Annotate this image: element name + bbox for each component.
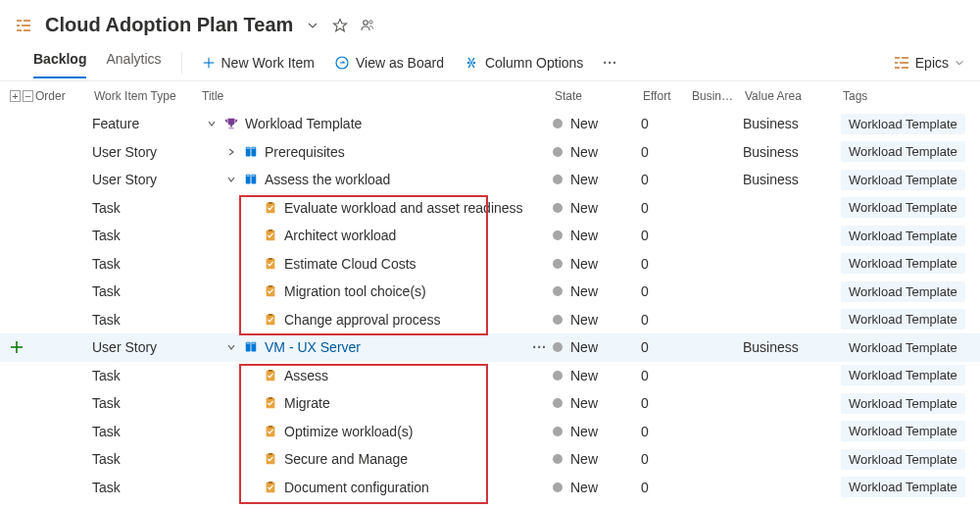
- title-cell[interactable]: Workload Template: [200, 116, 553, 131]
- add-child-icon[interactable]: [10, 340, 24, 354]
- team-picker-chevron[interactable]: [307, 20, 318, 31]
- work-item-title[interactable]: Assess: [284, 368, 328, 383]
- tag-pill[interactable]: Workload Template: [841, 449, 965, 470]
- tag-pill[interactable]: Workload Template: [841, 477, 965, 497]
- backlog-row[interactable]: TaskMigration tool choice(s)New0Workload…: [0, 278, 980, 306]
- backlog-row[interactable]: User StoryVM - UX Server···New0BusinessW…: [0, 333, 980, 362]
- col-state[interactable]: State: [553, 89, 641, 103]
- title-cell[interactable]: Architect workload: [200, 228, 553, 243]
- backlog-row[interactable]: TaskMigrateNew0Workload Template: [0, 389, 980, 418]
- work-item-title[interactable]: Migration tool choice(s): [284, 283, 426, 299]
- team-members-icon[interactable]: [360, 18, 375, 33]
- tab-backlog[interactable]: Backlog: [33, 51, 86, 78]
- new-work-item-button[interactable]: New Work Item: [202, 55, 315, 75]
- col-tags[interactable]: Tags: [841, 89, 968, 103]
- work-item-title[interactable]: Estimate Cloud Costs: [284, 256, 416, 272]
- work-item-type: Task: [92, 228, 200, 243]
- work-item-type: Task: [92, 451, 200, 467]
- backlog-row[interactable]: TaskArchitect workloadNew0Workload Templ…: [0, 222, 980, 250]
- title-cell[interactable]: Document configuration: [200, 480, 553, 495]
- effort-cell: 0: [641, 200, 690, 216]
- tab-analytics[interactable]: Analytics: [106, 51, 161, 78]
- clipboard-icon: [263, 425, 278, 438]
- tag-pill[interactable]: Workload Template: [841, 393, 965, 414]
- tag-pill[interactable]: Workload Template: [841, 281, 965, 302]
- title-cell[interactable]: Optimize workload(s): [200, 424, 553, 439]
- title-cell[interactable]: Migration tool choice(s): [200, 283, 553, 299]
- state-cell: New: [553, 116, 641, 131]
- tag-pill[interactable]: Workload Template: [841, 114, 965, 134]
- work-item-title[interactable]: Prerequisites: [265, 144, 345, 160]
- clipboard-icon: [263, 369, 278, 382]
- expander-expanded-icon[interactable]: [225, 342, 237, 352]
- expander-collapsed-icon[interactable]: [225, 147, 237, 157]
- backlog-row[interactable]: TaskSecure and ManageNew0Workload Templa…: [0, 445, 980, 474]
- title-cell[interactable]: Assess the workload: [200, 172, 553, 187]
- backlog-row[interactable]: TaskEstimate Cloud CostsNew0Workload Tem…: [0, 250, 980, 279]
- work-item-title[interactable]: Workload Template: [245, 116, 362, 131]
- work-item-title[interactable]: Evaluate workload and asset readiness: [284, 200, 523, 216]
- title-cell[interactable]: Secure and Manage: [200, 451, 553, 467]
- toolbar-overflow-button[interactable]: ···: [603, 55, 617, 75]
- state-label: New: [570, 339, 598, 355]
- work-item-title[interactable]: Assess the workload: [265, 172, 390, 187]
- tag-pill[interactable]: Workload Template: [841, 253, 965, 274]
- col-business[interactable]: Busin…: [690, 89, 743, 103]
- col-effort[interactable]: Effort: [641, 89, 690, 103]
- backlog-row[interactable]: User StoryAssess the workloadNew0Busines…: [0, 166, 980, 194]
- work-item-title[interactable]: Document configuration: [284, 480, 429, 495]
- title-cell[interactable]: Migrate: [200, 395, 553, 411]
- tags-cell: Workload Template: [841, 421, 968, 441]
- work-item-title[interactable]: Change approval process: [284, 312, 441, 328]
- tag-pill[interactable]: Workload Template: [841, 309, 965, 330]
- title-cell[interactable]: Assess: [200, 368, 553, 383]
- col-work-item-type[interactable]: Work Item Type: [92, 89, 200, 103]
- clipboard-icon: [263, 201, 278, 215]
- tag-pill[interactable]: Workload Template: [841, 226, 965, 246]
- backlog-row[interactable]: TaskChange approval processNew0Workload …: [0, 306, 980, 334]
- backlog-row[interactable]: TaskAssessNew0Workload Template: [0, 362, 980, 390]
- column-options-button[interactable]: Column Options: [464, 55, 583, 75]
- title-cell[interactable]: VM - UX Server···: [200, 339, 553, 355]
- effort-cell: 0: [641, 368, 690, 383]
- work-item-type: Feature: [92, 116, 200, 131]
- backlog-row[interactable]: FeatureWorkload TemplateNew0BusinessWork…: [0, 110, 980, 138]
- title-cell[interactable]: Estimate Cloud Costs: [200, 256, 553, 272]
- favorite-star-icon[interactable]: [332, 18, 348, 33]
- col-title[interactable]: Title: [200, 89, 553, 103]
- svg-rect-59: [252, 343, 255, 344]
- work-item-type: Task: [92, 480, 200, 495]
- expander-expanded-icon[interactable]: [225, 175, 237, 184]
- title-cell[interactable]: Evaluate workload and asset readiness: [200, 200, 553, 216]
- svg-marker-6: [334, 19, 347, 30]
- tag-pill[interactable]: Workload Template: [841, 141, 965, 162]
- view-as-board-label: View as Board: [356, 55, 444, 71]
- work-item-title[interactable]: Architect workload: [284, 228, 396, 243]
- backlog-row[interactable]: User StoryPrerequisitesNew0BusinessWorkl…: [0, 138, 980, 167]
- state-label: New: [570, 480, 598, 495]
- tag-pill[interactable]: Workload Template: [841, 365, 965, 385]
- backlog-level-selector[interactable]: Epics: [894, 55, 964, 75]
- work-item-title[interactable]: Optimize workload(s): [284, 424, 413, 439]
- tag-pill[interactable]: Workload Template: [841, 421, 965, 441]
- expand-all-button[interactable]: +: [10, 90, 21, 102]
- collapse-all-button[interactable]: −: [23, 90, 33, 102]
- tag-pill[interactable]: Workload Template: [841, 197, 965, 218]
- col-order[interactable]: Order: [33, 89, 92, 103]
- tag-pill[interactable]: Workload Template: [841, 170, 965, 190]
- expander-expanded-icon[interactable]: [206, 119, 218, 128]
- col-value-area[interactable]: Value Area: [743, 89, 841, 103]
- work-item-title[interactable]: VM - UX Server: [265, 339, 361, 355]
- title-cell[interactable]: Prerequisites: [200, 144, 553, 160]
- svg-rect-71: [269, 426, 272, 428]
- work-item-type: Task: [92, 424, 200, 439]
- view-as-board-button[interactable]: View as Board: [334, 55, 444, 75]
- backlog-row[interactable]: TaskOptimize workload(s)New0Workload Tem…: [0, 418, 980, 446]
- work-item-title[interactable]: Migrate: [284, 395, 330, 411]
- row-context-menu-button[interactable]: ···: [532, 339, 547, 355]
- backlog-row[interactable]: TaskDocument configurationNew0Workload T…: [0, 474, 980, 502]
- title-cell[interactable]: Change approval process: [200, 312, 553, 328]
- tag-pill[interactable]: Workload Template: [841, 337, 965, 358]
- work-item-title[interactable]: Secure and Manage: [284, 451, 408, 467]
- backlog-row[interactable]: TaskEvaluate workload and asset readines…: [0, 194, 980, 223]
